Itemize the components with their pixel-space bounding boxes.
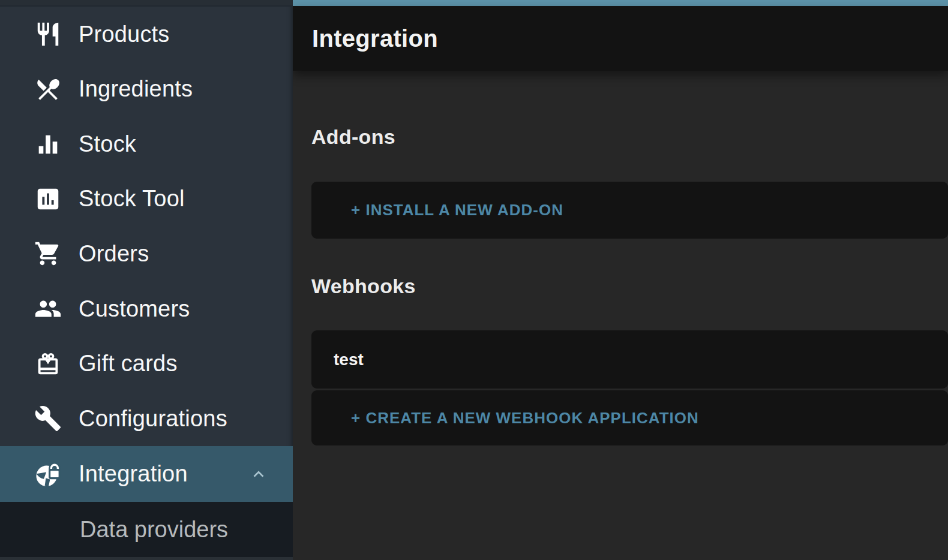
sidebar-item-products[interactable]: Products bbox=[0, 7, 293, 62]
people-icon bbox=[34, 294, 62, 323]
integration-submenu: Data providers bbox=[0, 502, 293, 560]
chart-board-icon bbox=[34, 185, 62, 213]
sidebar-item-label: Products bbox=[79, 22, 170, 47]
install-addon-card: + INSTALL A NEW ADD-ON bbox=[311, 182, 948, 239]
webhook-row[interactable]: test bbox=[311, 330, 948, 389]
main-area: Integration Add-ons + INSTALL A NEW ADD-… bbox=[293, 0, 948, 560]
sidebar-item-label: Ingredients bbox=[79, 76, 193, 102]
sidebar-item-label: Orders bbox=[79, 241, 149, 267]
create-webhook-card: + CREATE A NEW WEBHOOK APPLICATION bbox=[311, 390, 948, 445]
top-accent-bar bbox=[293, 0, 948, 6]
submenu-item-label: Data providers bbox=[80, 517, 228, 543]
globe-lock-icon bbox=[34, 460, 62, 489]
sidebar-item-data-providers[interactable]: Data providers bbox=[0, 502, 293, 557]
sidebar-item-ingredients[interactable]: Ingredients bbox=[0, 62, 293, 117]
crossed-knife-spoon-icon bbox=[34, 75, 62, 104]
sidebar-item-stock-tool[interactable]: Stock Tool bbox=[0, 171, 293, 227]
bar-chart-icon bbox=[34, 130, 62, 158]
utensils-icon bbox=[34, 20, 62, 49]
sidebar-item-label: Integration bbox=[79, 461, 188, 487]
webhook-name: test bbox=[334, 350, 364, 369]
sidebar-item-customers[interactable]: Customers bbox=[0, 281, 293, 336]
sidebar-item-label: Stock Tool bbox=[79, 186, 185, 212]
sidebar-item-stock[interactable]: Stock bbox=[0, 116, 293, 171]
section-heading-addons: Add-ons bbox=[311, 71, 948, 147]
sidebar-item-label: Customers bbox=[79, 296, 190, 322]
sidebar-top-divider bbox=[0, 0, 293, 7]
sidebar-item-label: Configurations bbox=[79, 406, 227, 432]
chevron-up-icon bbox=[248, 464, 269, 484]
sidebar-item-orders[interactable]: Orders bbox=[0, 227, 293, 282]
gift-box-icon bbox=[34, 350, 62, 378]
install-addon-button[interactable]: + INSTALL A NEW ADD-ON bbox=[311, 200, 567, 220]
sidebar-item-gift-cards[interactable]: Gift cards bbox=[0, 336, 293, 392]
sidebar-item-label: Stock bbox=[79, 131, 136, 157]
content-area: Add-ons + INSTALL A NEW ADD-ON Webhooks … bbox=[293, 71, 948, 560]
sidebar-item-label: Gift cards bbox=[79, 351, 178, 377]
wrench-icon bbox=[34, 404, 62, 433]
create-webhook-button[interactable]: + CREATE A NEW WEBHOOK APPLICATION bbox=[311, 408, 703, 428]
page-title: Integration bbox=[312, 25, 438, 52]
section-heading-webhooks: Webhooks bbox=[311, 276, 948, 296]
shopping-cart-icon bbox=[34, 239, 62, 268]
sidebar: Products Ingredients Stock Stock Tool Or… bbox=[0, 0, 293, 560]
sidebar-item-integration[interactable]: Integration bbox=[0, 446, 293, 502]
sidebar-item-configurations[interactable]: Configurations bbox=[0, 391, 293, 446]
page-header: Integration bbox=[293, 6, 948, 71]
